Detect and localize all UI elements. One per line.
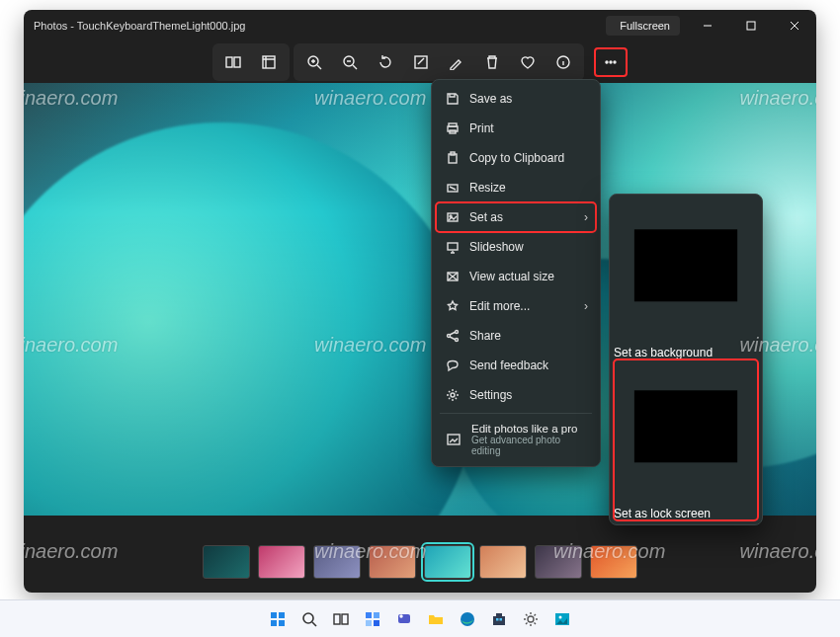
toolbar: [24, 41, 816, 83]
svg-rect-0: [747, 22, 755, 30]
markup-icon[interactable]: [404, 47, 438, 77]
menu-edit-more[interactable]: Edit more...: [436, 291, 596, 321]
menu-settings[interactable]: Settings: [436, 380, 596, 410]
menu-copy-clipboard[interactable]: Copy to Clipboard: [436, 143, 596, 173]
svg-rect-37: [366, 620, 372, 626]
widgets-button[interactable]: [361, 607, 384, 631]
title-bar: Photos - TouchKeyboardThemeLight000.jpg …: [24, 10, 816, 41]
svg-rect-43: [496, 613, 502, 616]
menu-resize[interactable]: Resize: [436, 173, 596, 202]
svg-rect-34: [342, 614, 348, 624]
thumbnail[interactable]: [258, 545, 305, 579]
svg-rect-42: [493, 616, 505, 625]
thumbnail[interactable]: [535, 545, 582, 579]
thumbnail[interactable]: [590, 545, 637, 579]
taskbar: [0, 599, 840, 637]
svg-point-9: [610, 61, 612, 63]
svg-rect-27: [634, 390, 737, 462]
settings-button[interactable]: [519, 607, 543, 631]
svg-rect-33: [334, 614, 340, 624]
thumbnail[interactable]: [313, 545, 361, 579]
svg-rect-31: [279, 620, 285, 626]
menu-feedback[interactable]: Send feedback: [436, 351, 596, 380]
svg-point-32: [303, 613, 313, 623]
menu-actual-size[interactable]: View actual size: [436, 262, 596, 291]
fullscreen-label: Fullscreen: [620, 20, 670, 32]
svg-rect-3: [263, 56, 275, 68]
crop-icon[interactable]: [252, 47, 286, 77]
fullscreen-button[interactable]: Fullscreen: [606, 16, 680, 36]
svg-rect-26: [634, 229, 737, 301]
svg-point-48: [559, 615, 562, 618]
more-menu: Save as Print Copy to Clipboard Resize S…: [431, 79, 601, 467]
rotate-icon[interactable]: [369, 47, 402, 77]
menu-slideshow[interactable]: Slideshow: [436, 232, 596, 262]
toolbar-group-left: [212, 43, 290, 81]
maximize-button[interactable]: [729, 10, 773, 41]
submenu-set-lockscreen[interactable]: Set as lock screen: [614, 359, 758, 520]
search-button[interactable]: [297, 607, 321, 631]
svg-rect-36: [374, 612, 379, 618]
zoom-out-icon[interactable]: [333, 47, 367, 77]
window-title: Photos - TouchKeyboardThemeLight000.jpg: [34, 20, 606, 32]
set-as-submenu: Set as background Set as lock screen: [609, 194, 763, 525]
menu-share[interactable]: Share: [436, 321, 596, 351]
teams-button[interactable]: [392, 607, 416, 631]
zoom-in-icon[interactable]: [297, 47, 331, 77]
menu-print[interactable]: Print: [436, 114, 596, 143]
edge-button[interactable]: [456, 607, 479, 631]
menu-set-as[interactable]: Set as: [436, 202, 596, 232]
filmstrip: [24, 545, 816, 579]
svg-rect-28: [271, 612, 277, 618]
svg-point-24: [451, 393, 455, 397]
thumbnail-selected[interactable]: [424, 545, 471, 579]
svg-point-10: [614, 61, 616, 63]
svg-rect-19: [448, 243, 458, 250]
svg-point-40: [399, 614, 402, 617]
svg-rect-35: [366, 612, 372, 618]
minimize-button[interactable]: [686, 10, 729, 41]
photos-app-button[interactable]: [550, 607, 574, 631]
taskview-button[interactable]: [329, 607, 353, 631]
compare-icon[interactable]: [216, 47, 250, 77]
svg-rect-29: [279, 612, 285, 618]
svg-rect-1: [226, 57, 232, 67]
menu-promo[interactable]: Edit photos like a pro Get advanced phot…: [436, 417, 596, 462]
info-icon[interactable]: [546, 47, 580, 77]
start-button[interactable]: [266, 607, 290, 631]
menu-save-as[interactable]: Save as: [436, 84, 596, 114]
thumbnail[interactable]: [479, 545, 527, 579]
svg-rect-25: [448, 435, 460, 444]
submenu-set-background[interactable]: Set as background: [614, 199, 758, 359]
explorer-button[interactable]: [424, 607, 448, 631]
thumbnail[interactable]: [369, 545, 416, 579]
close-button[interactable]: [773, 10, 816, 41]
photos-app-window: Photos - TouchKeyboardThemeLight000.jpg …: [24, 10, 816, 593]
delete-icon[interactable]: [475, 47, 509, 77]
svg-point-8: [606, 61, 608, 63]
draw-icon[interactable]: [440, 47, 473, 77]
svg-rect-44: [496, 618, 499, 621]
menu-separator: [440, 413, 592, 414]
more-button[interactable]: [594, 47, 628, 77]
svg-rect-2: [234, 57, 240, 67]
store-button[interactable]: [487, 607, 511, 631]
svg-rect-45: [500, 618, 503, 621]
svg-point-41: [461, 612, 474, 626]
svg-rect-30: [271, 620, 277, 626]
svg-point-46: [528, 616, 534, 622]
toolbar-group-right: [294, 43, 584, 81]
favorite-icon[interactable]: [511, 47, 545, 77]
thumbnail[interactable]: [203, 545, 250, 579]
svg-rect-38: [374, 620, 379, 626]
svg-rect-6: [415, 56, 427, 68]
